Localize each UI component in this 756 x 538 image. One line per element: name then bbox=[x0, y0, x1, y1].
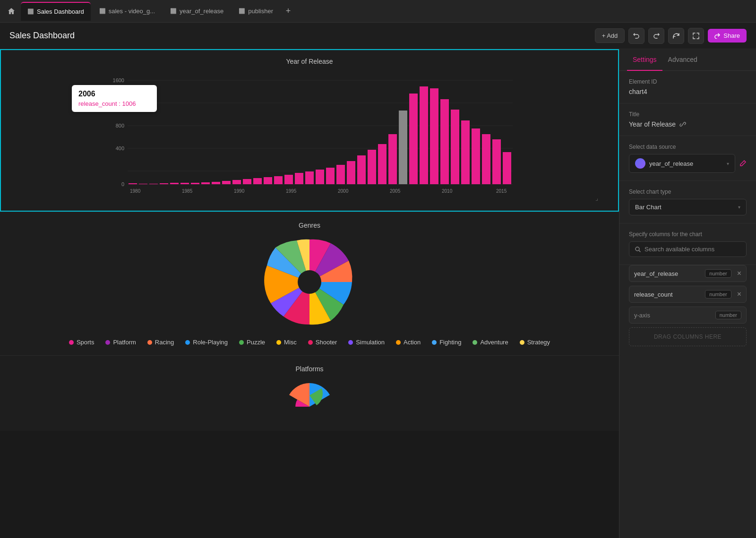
refresh-button[interactable] bbox=[668, 28, 684, 44]
legend-dot bbox=[276, 340, 281, 345]
svg-rect-22 bbox=[243, 179, 251, 184]
svg-rect-21 bbox=[232, 180, 241, 184]
undo-button[interactable] bbox=[628, 28, 644, 44]
svg-rect-33 bbox=[357, 155, 366, 184]
legend-item: Shooter bbox=[308, 339, 337, 346]
svg-rect-18 bbox=[201, 182, 210, 184]
chart-type-value: Bar Chart bbox=[635, 204, 662, 211]
svg-rect-16 bbox=[180, 183, 189, 184]
svg-rect-47 bbox=[503, 152, 511, 184]
svg-text:800: 800 bbox=[116, 123, 124, 128]
chip-close-button[interactable]: × bbox=[737, 269, 741, 278]
platforms-chart-placeholder bbox=[9, 378, 610, 407]
legend-item: Action bbox=[396, 339, 421, 346]
svg-rect-20 bbox=[222, 181, 231, 184]
column-chips: year_of_release number × release_count n… bbox=[619, 265, 756, 307]
svg-text:1985: 1985 bbox=[182, 188, 193, 194]
y-axis-label: y-axis bbox=[634, 312, 650, 319]
legend-dot bbox=[147, 340, 152, 345]
drag-columns-zone[interactable]: DRAG COLUMNS HERE bbox=[629, 327, 747, 346]
element-id-section: Element ID chart4 bbox=[619, 71, 756, 103]
svg-rect-44 bbox=[472, 128, 480, 184]
chip-type: number bbox=[705, 269, 731, 278]
svg-rect-12 bbox=[139, 184, 147, 184]
genres-card: Genres bbox=[0, 212, 619, 355]
svg-rect-38 bbox=[409, 94, 418, 184]
svg-text:2015: 2015 bbox=[496, 188, 507, 194]
tab-advanced[interactable]: Advanced bbox=[662, 49, 703, 71]
svg-text:2000: 2000 bbox=[338, 188, 349, 194]
edit-data-source-button[interactable] bbox=[739, 160, 747, 167]
share-button[interactable]: Share bbox=[708, 29, 747, 43]
legend-label: Misc bbox=[284, 339, 297, 346]
legend-label: Platform bbox=[113, 339, 136, 346]
bar-chart-svg: 1600 1200 800 400 0 bbox=[15, 71, 604, 203]
settings-tabs: Settings Advanced bbox=[619, 49, 756, 71]
page-title: Sales Dashboard bbox=[9, 31, 75, 41]
svg-rect-36 bbox=[388, 134, 397, 184]
main-layout: Year of Release 2006 release_count : 100… bbox=[0, 49, 756, 538]
tab-settings[interactable]: Settings bbox=[627, 49, 662, 71]
legend-label: Sports bbox=[77, 339, 94, 346]
svg-rect-30 bbox=[326, 168, 335, 184]
legend-item: Puzzle bbox=[239, 339, 265, 346]
data-source-icon bbox=[635, 158, 645, 169]
add-button[interactable]: + Add bbox=[595, 28, 625, 43]
svg-rect-13 bbox=[149, 184, 158, 184]
svg-rect-35 bbox=[378, 144, 387, 184]
data-source-row: year_of_release ▾ bbox=[629, 154, 747, 173]
home-button[interactable] bbox=[4, 4, 19, 19]
tab-label: publisher bbox=[248, 8, 273, 15]
bar-chart-container[interactable]: 2006 release_count : 1006 1600 1200 800 … bbox=[15, 71, 604, 203]
chart-type-section: Select chart type Bar Chart ▾ bbox=[619, 181, 756, 223]
svg-rect-19 bbox=[212, 182, 220, 184]
chevron-down-icon: ▾ bbox=[727, 161, 729, 166]
title-value: Year of Release bbox=[629, 120, 686, 128]
platforms-title: Platforms bbox=[9, 365, 610, 373]
chip-close-button[interactable]: × bbox=[737, 290, 741, 299]
legend-label: Simulation bbox=[356, 339, 385, 346]
svg-rect-41 bbox=[440, 99, 449, 184]
redo-button[interactable] bbox=[648, 28, 664, 44]
columns-search[interactable]: Search available columns bbox=[629, 241, 747, 257]
svg-rect-28 bbox=[305, 171, 314, 184]
svg-rect-37 bbox=[399, 111, 407, 184]
tab-sales-dashboard[interactable]: ⬜ Sales Dashboard bbox=[21, 2, 91, 21]
legend-dot bbox=[239, 340, 244, 345]
bar-chart-title: Year of Release bbox=[10, 58, 609, 65]
add-label: + Add bbox=[602, 32, 618, 39]
legend-label: Adventure bbox=[480, 339, 508, 346]
svg-line-58 bbox=[639, 250, 641, 252]
pie-chart-container[interactable] bbox=[9, 235, 610, 329]
resize-handle[interactable]: ⌟ bbox=[595, 195, 602, 201]
data-source-dropdown[interactable]: year_of_release ▾ bbox=[629, 154, 735, 173]
title-section: Title Year of Release bbox=[619, 103, 756, 136]
genres-legend: Sports Platform Racing Role-Playing Puzz… bbox=[9, 339, 610, 346]
y-axis-type: number bbox=[715, 311, 741, 319]
legend-label: Action bbox=[404, 339, 421, 346]
svg-text:1980: 1980 bbox=[130, 188, 141, 194]
svg-rect-17 bbox=[191, 183, 199, 184]
chevron-down-icon: ▾ bbox=[738, 205, 740, 210]
tab-publisher[interactable]: ⬜ publisher bbox=[232, 2, 280, 21]
chart-type-dropdown[interactable]: Bar Chart ▾ bbox=[629, 199, 747, 215]
y-axis-row: y-axis number bbox=[629, 307, 747, 324]
svg-text:400: 400 bbox=[116, 145, 124, 151]
settings-panel: Settings Advanced Element ID chart4 Titl… bbox=[619, 49, 756, 538]
legend-item: Fighting bbox=[432, 339, 461, 346]
legend-dot bbox=[348, 340, 353, 345]
element-id-label: Element ID bbox=[629, 78, 747, 85]
tab-icon: ⬜ bbox=[239, 8, 245, 14]
new-tab-button[interactable]: + bbox=[282, 5, 295, 18]
legend-dot bbox=[432, 340, 437, 345]
legend-dot bbox=[520, 340, 524, 345]
svg-rect-27 bbox=[295, 173, 303, 184]
tab-year-of-release[interactable]: ⬜ year_of_release bbox=[163, 2, 230, 21]
column-chip-release: release_count number × bbox=[629, 286, 747, 303]
tab-icon: ⬜ bbox=[99, 8, 106, 14]
legend-dot bbox=[69, 340, 74, 345]
tab-sales-video[interactable]: ⬜ sales - video_g... bbox=[93, 2, 162, 21]
fullscreen-button[interactable] bbox=[688, 28, 704, 44]
svg-rect-45 bbox=[482, 134, 490, 184]
columns-label: Specify columns for the chart bbox=[629, 231, 747, 238]
